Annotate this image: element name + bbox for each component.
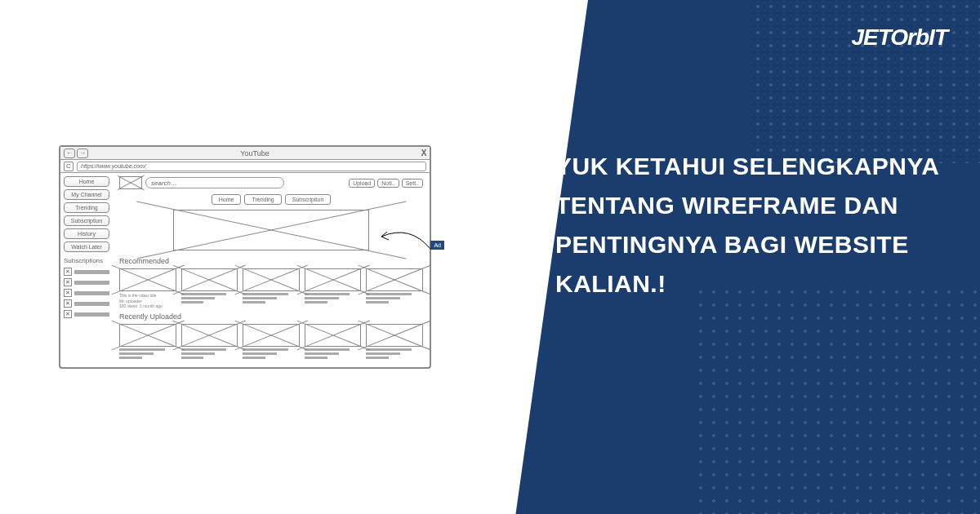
upload-button: Upload: [349, 179, 375, 188]
video-card: [305, 268, 362, 309]
thumbnail-placeholder-icon: [243, 268, 300, 291]
x-icon: ✕: [64, 289, 72, 297]
thumbnail-placeholder-icon: [119, 268, 176, 291]
sidebar-item-watch-later: Watch Later: [64, 241, 109, 252]
forward-icon: →: [77, 148, 88, 158]
headline-text: YUK KETAHUI SELENGKAPNYA TENTANG WIREFRA…: [555, 147, 947, 304]
close-icon: X: [418, 148, 430, 157]
back-icon: ←: [64, 148, 75, 158]
x-icon: ✕: [64, 278, 72, 286]
section-recent-title: Recently Uploaded: [119, 312, 423, 321]
section-recommended-title: Recommended: [119, 257, 423, 265]
wireframe-urlbar: C https://www.youtube.com/: [60, 160, 430, 173]
subscription-row: ✕: [64, 310, 109, 318]
noti-button: Noti..: [377, 179, 399, 188]
thumbnail-placeholder-icon: [181, 324, 238, 347]
wireframe-main: search… Upload Noti.. Sett.. Home Trendi…: [113, 173, 430, 367]
ad-badge: Ad: [430, 241, 444, 250]
thumbnail-placeholder-icon: [366, 268, 423, 291]
sidebar-item-trending: Trending: [64, 202, 109, 213]
x-icon: ✕: [64, 268, 72, 276]
window-title: YouTube: [91, 149, 418, 157]
video-card: [243, 268, 300, 309]
thumbnail-placeholder-icon: [243, 324, 300, 347]
video-card: [243, 324, 300, 361]
subscription-row: ✕: [64, 289, 109, 297]
wireframe-mockup: ← → YouTube X C https://www.youtube.com/…: [59, 145, 431, 369]
video-views: 100 views: [119, 304, 137, 308]
thumbnail-placeholder-icon: [119, 324, 176, 347]
subscription-row: ✕: [64, 268, 109, 276]
video-card: [305, 324, 362, 361]
arrow-annotation-icon: [369, 220, 434, 253]
video-card: [366, 268, 423, 309]
thumbnail-placeholder-icon: [305, 324, 362, 347]
x-icon: ✕: [64, 299, 72, 308]
left-panel: ← → YouTube X C https://www.youtube.com/…: [0, 0, 490, 514]
video-card: This is the video title Mr. uploader 100…: [119, 268, 176, 309]
video-age: 1 month ago: [140, 304, 163, 308]
video-card: [366, 324, 423, 361]
x-icon: ✕: [64, 310, 72, 318]
sidebar-item-history: History: [64, 228, 109, 239]
subscription-row: ✕: [64, 278, 109, 286]
settings-button: Sett..: [402, 179, 423, 188]
wireframe-titlebar: ← → YouTube X: [60, 147, 430, 160]
tab-subscription: Subscription: [285, 194, 332, 205]
reload-icon: C: [64, 162, 74, 171]
sidebar-item-subscription: Subscription: [64, 215, 109, 226]
wireframe-sidebar: Home My Channel Trending Subscription Hi…: [60, 173, 113, 367]
brand-logo: JETOrbIT: [851, 24, 947, 51]
logo-placeholder-icon: [119, 176, 142, 189]
video-card: [181, 268, 238, 309]
video-card: [181, 324, 238, 361]
thumbnail-placeholder-icon: [366, 324, 423, 347]
sidebar-item-home: Home: [64, 176, 109, 187]
subscription-row: ✕: [64, 299, 109, 308]
sidebar-item-my-channel: My Channel: [64, 189, 109, 200]
right-panel: JETOrbIT YUK KETAHUI SELENGKAPNYA TENTAN…: [490, 0, 980, 514]
tab-trending: Trending: [244, 194, 281, 205]
thumbnail-placeholder-icon: [305, 268, 362, 291]
hero-banner-placeholder: [173, 210, 369, 250]
dot-pattern-decoration: [694, 286, 980, 514]
thumbnail-placeholder-icon: [181, 268, 238, 291]
tab-home: Home: [212, 194, 242, 205]
search-input: search…: [145, 177, 284, 188]
url-field: https://www.youtube.com/: [77, 162, 426, 171]
video-card: [119, 324, 176, 361]
subscriptions-title: Subscriptions: [64, 257, 109, 264]
